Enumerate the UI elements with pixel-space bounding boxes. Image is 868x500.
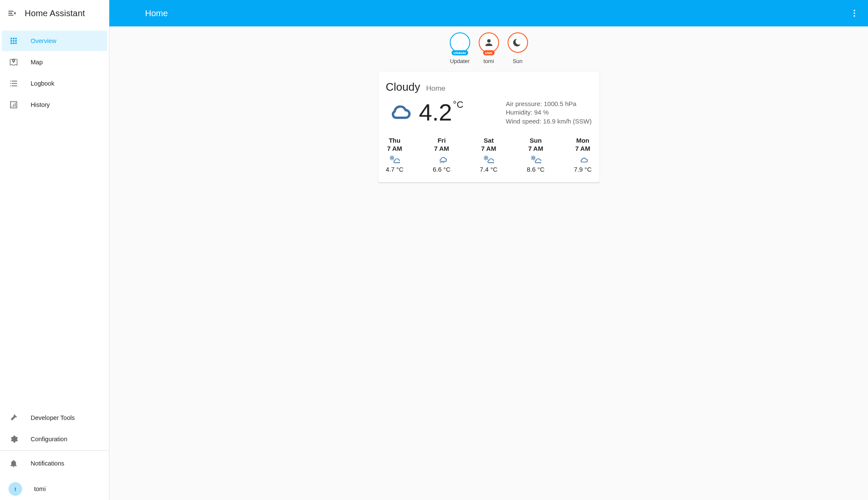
map-icon [9, 57, 19, 67]
grid-icon [9, 36, 19, 46]
svg-point-16 [485, 157, 487, 159]
gear-icon [9, 434, 19, 444]
forecast-time: 7 AM [575, 145, 590, 152]
sidebar-item-notifications[interactable]: Notifications [2, 453, 107, 474]
badge-tomi[interactable]: UNKtomi [477, 32, 501, 64]
forecast-time: 7 AM [387, 145, 402, 152]
forecast-day: Fri7 AM6.6 °C [433, 137, 451, 173]
overflow-menu-button[interactable] [846, 5, 863, 22]
sidebar-user[interactable]: t tomi [2, 479, 107, 499]
forecast-day: Sun7 AM8.6 °C [527, 137, 545, 173]
svg-line-31 [534, 159, 535, 159]
user-name: tomi [34, 486, 46, 492]
forecast-time: 7 AM [481, 145, 496, 152]
sidebar-item-label: Configuration [31, 436, 67, 443]
weather-temperature: 4.2 [419, 101, 452, 124]
sidebar-item-label: Map [31, 59, 43, 66]
forecast-icon [530, 155, 541, 164]
svg-line-32 [531, 159, 532, 159]
svg-line-22 [488, 159, 488, 159]
sidebar-item-label: Logbook [31, 80, 54, 87]
forecast-day-label: Sat [484, 137, 494, 144]
badge-sun[interactable]: Sun [505, 32, 530, 64]
badge-label: Updater [450, 58, 469, 64]
svg-line-10 [394, 159, 394, 159]
svg-point-25 [532, 157, 534, 159]
svg-line-21 [485, 156, 485, 156]
svg-line-30 [531, 156, 532, 156]
sidebar-item-overview[interactable]: Overview [2, 31, 107, 51]
forecast-temp: 4.7 °C [386, 166, 404, 173]
forecast-day: Sat7 AM7.4 °C [480, 137, 498, 173]
badge-chip: UNAVAI [451, 50, 468, 55]
sidebar-item-history[interactable]: History [2, 95, 107, 115]
hammer-icon [9, 413, 19, 423]
svg-point-4 [391, 157, 393, 159]
content: UNAVAIUpdaterUNKtomiSun Cloudy Home 4.2 … [109, 26, 868, 500]
forecast-time: 7 AM [434, 145, 449, 152]
forecast-day-label: Thu [389, 137, 401, 144]
forecast-icon [577, 155, 588, 164]
forecast-day: Mon7 AM7.9 °C [574, 137, 592, 173]
svg-line-11 [391, 159, 391, 159]
weather-location: Home [426, 84, 445, 93]
weather-attributes: Air pressure: 1000.5 hPa Humidity: 94 % … [506, 100, 592, 126]
svg-line-33 [534, 156, 535, 156]
weather-condition: Cloudy [386, 80, 420, 94]
badge-label: Sun [513, 58, 523, 64]
tab-label: Home [145, 9, 168, 18]
svg-point-0 [13, 60, 14, 61]
forecast-icon [483, 155, 494, 164]
badge-circle: UNK [479, 32, 499, 53]
badge-row: UNAVAIUpdaterUNKtomiSun [234, 32, 744, 64]
sidebar-item-map[interactable]: Map [2, 52, 107, 72]
menu-collapse-icon[interactable] [7, 8, 17, 18]
sidebar-item-logbook[interactable]: Logbook [2, 73, 107, 94]
forecast-icon [436, 155, 447, 164]
sidebar-item-label: Developer Tools [31, 414, 75, 421]
weather-humidity: Humidity: 94 % [506, 108, 592, 117]
badge-circle: UNAVAI [450, 32, 470, 53]
sidebar: Home Assistant OverviewMapLogbookHistory… [0, 0, 109, 500]
weather-forecast: Thu7 AM4.7 °CFri7 AM6.6 °CSat7 AM7.4 °CS… [386, 137, 592, 173]
forecast-time: 7 AM [528, 145, 543, 152]
weather-pressure: Air pressure: 1000.5 hPa [506, 100, 592, 108]
weather-wind: Wind speed: 16.9 km/h (SSW) [506, 117, 592, 126]
forecast-day: Thu7 AM4.7 °C [386, 137, 404, 173]
sidebar-item-label: Overview [31, 37, 56, 44]
sidebar-item-label: History [31, 101, 50, 108]
app-title: Home Assistant [25, 9, 85, 18]
svg-point-1 [854, 10, 855, 11]
badge-circle [508, 32, 528, 53]
header: Home [109, 0, 868, 26]
person-icon [484, 37, 494, 48]
user-avatar: t [9, 482, 22, 496]
sidebar-item-config[interactable]: Configuration [2, 429, 107, 449]
forecast-day-label: Fri [437, 137, 445, 144]
forecast-temp: 7.9 °C [574, 166, 592, 173]
tab-home[interactable]: Home [143, 0, 169, 26]
svg-line-23 [485, 159, 485, 159]
forecast-temp: 7.4 °C [480, 166, 498, 173]
sidebar-header: Home Assistant [0, 0, 109, 26]
chart-icon [9, 100, 19, 110]
svg-line-12 [394, 156, 394, 156]
badge-chip: UNK [483, 50, 494, 55]
sidebar-item-devtools[interactable]: Developer Tools [2, 408, 107, 428]
list-icon [9, 78, 19, 89]
badge-updater[interactable]: UNAVAIUpdater [448, 32, 472, 64]
forecast-icon [389, 155, 400, 164]
forecast-temp: 6.6 °C [433, 166, 451, 173]
moon-icon [513, 37, 523, 48]
main: Home UNAVAIUpdaterUNKtomiSun Cloudy Home… [109, 0, 868, 500]
sidebar-item-label: Notifications [31, 460, 64, 467]
cloud-icon [386, 101, 417, 124]
svg-point-2 [854, 12, 855, 14]
forecast-day-label: Mon [576, 137, 589, 144]
forecast-day-label: Sun [530, 137, 542, 144]
svg-line-9 [391, 156, 391, 156]
forecast-temp: 8.6 °C [527, 166, 545, 173]
svg-line-24 [488, 156, 488, 156]
bell-icon [9, 458, 19, 468]
weather-card[interactable]: Cloudy Home 4.2 °C Air pressure: 1000.5 … [378, 72, 600, 182]
